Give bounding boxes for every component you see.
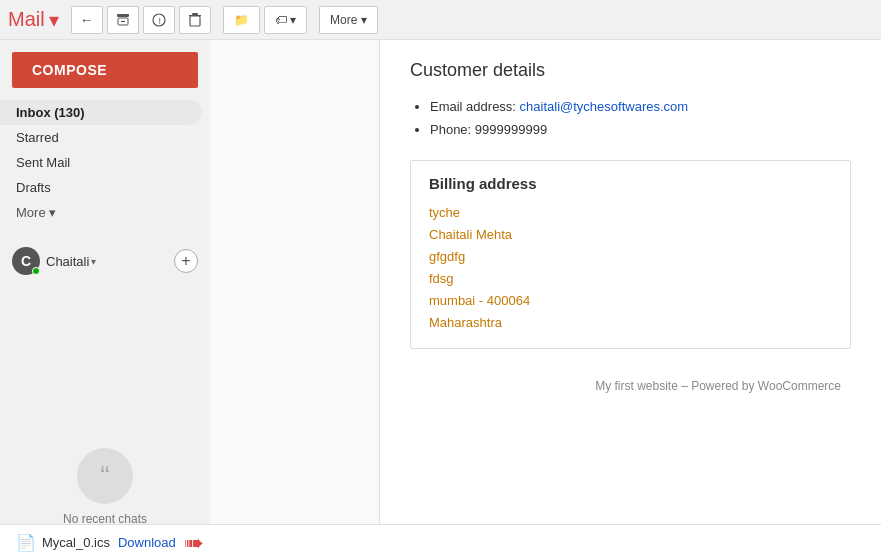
svg-rect-6 (190, 16, 200, 26)
folder-button[interactable]: 📁 (223, 6, 260, 34)
phone-detail-item: Phone: 9999999999 (430, 118, 851, 141)
top-bar: Mail ▾ ← ! 📁 🏷 ▾ More ▾ (0, 0, 881, 40)
email-label: Email address: (430, 99, 520, 114)
email-list-panel (210, 40, 380, 560)
customer-detail-list: Email address: chaitali@tychesoftwares.c… (410, 95, 851, 142)
billing-line-1: tyche (429, 202, 832, 224)
download-link[interactable]: Download (118, 535, 176, 550)
arrow-indicator-icon: ➠ (184, 529, 204, 557)
phone-value: 9999999999 (475, 122, 547, 137)
account-chevron-icon: ▾ (91, 256, 96, 267)
tag-button[interactable]: 🏷 ▾ (264, 6, 307, 34)
phone-label: Phone: (430, 122, 475, 137)
bottom-bar: 📄 Mycal_0.ics Download ➠ (0, 524, 881, 560)
avatar: C (12, 247, 40, 275)
email-link[interactable]: chaitali@tychesoftwares.com (520, 99, 689, 114)
billing-box: Billing address tyche Chaitali Mehta gfg… (410, 160, 851, 350)
billing-line-2: Chaitali Mehta (429, 224, 832, 246)
compose-button[interactable]: COMPOSE (12, 52, 198, 88)
nav-starred[interactable]: Starred (0, 125, 202, 150)
account-row[interactable]: C Chaitali ▾ + (0, 241, 210, 281)
back-button[interactable]: ← (71, 6, 103, 34)
sidebar: COMPOSE Inbox (130) Starred Sent Mail Dr… (0, 40, 210, 560)
nav-drafts[interactable]: Drafts (0, 175, 202, 200)
email-footer: My first website – Powered by WooCommerc… (410, 379, 851, 393)
more-button[interactable]: More ▾ (319, 6, 378, 34)
mail-chevron: ▾ (49, 8, 59, 32)
account-name: Chaitali (46, 254, 89, 269)
svg-text:!: ! (158, 16, 161, 26)
billing-title: Billing address (429, 175, 832, 192)
email-detail-item: Email address: chaitali@tychesoftwares.c… (430, 95, 851, 118)
avatar-online-dot (32, 267, 40, 275)
attachment-file-icon: 📄 (16, 533, 36, 552)
report-button[interactable]: ! (143, 6, 175, 34)
nav-more[interactable]: More ▾ (0, 200, 202, 225)
nav-sent[interactable]: Sent Mail (0, 150, 202, 175)
nav-inbox[interactable]: Inbox (130) (0, 100, 202, 125)
billing-line-3: gfgdfg (429, 246, 832, 268)
mail-logo: Mail ▾ (8, 8, 59, 32)
svg-rect-0 (117, 14, 129, 17)
mail-title: Mail (8, 8, 45, 31)
email-content: Customer details Email address: chaitali… (380, 40, 881, 560)
delete-button[interactable] (179, 6, 211, 34)
main-layout: COMPOSE Inbox (130) Starred Sent Mail Dr… (0, 40, 881, 560)
attachment-filename: Mycal_0.ics (42, 535, 110, 550)
billing-line-5: mumbai - 400064 (429, 290, 832, 312)
archive-button[interactable] (107, 6, 139, 34)
customer-details-title: Customer details (410, 60, 851, 81)
billing-line-6: Maharashtra (429, 312, 832, 334)
billing-line-4: fdsg (429, 268, 832, 290)
svg-rect-5 (192, 13, 198, 15)
add-account-button[interactable]: + (174, 249, 198, 273)
chat-bubble-icon: “ (77, 448, 133, 504)
